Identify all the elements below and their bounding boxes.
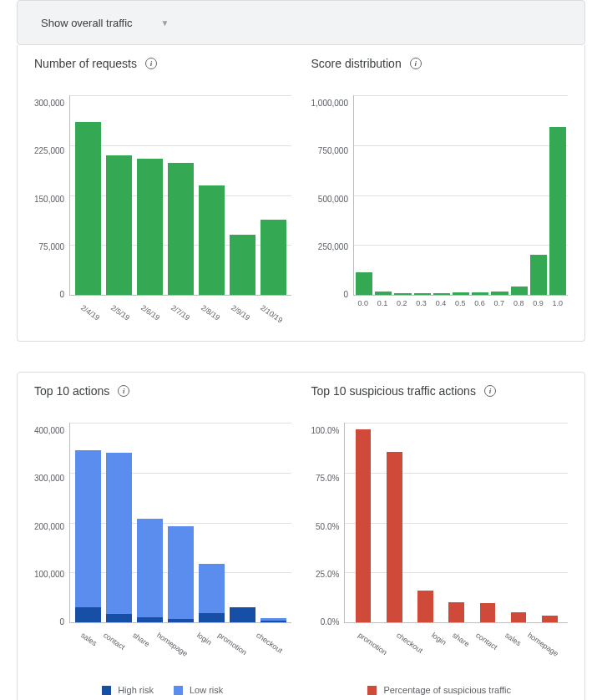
bar — [412, 423, 438, 622]
y-tick-label: 400,000 — [34, 426, 64, 435]
x-tick-label: checkout — [387, 631, 423, 666]
bar — [511, 95, 528, 295]
x-tick-label: checkout — [247, 631, 284, 666]
x-tick-label: sales — [72, 631, 99, 658]
swatch-icon — [174, 686, 183, 695]
plot-area — [353, 95, 568, 296]
legend-high-risk: High risk — [102, 685, 154, 695]
bars — [70, 423, 291, 622]
bar — [137, 95, 163, 295]
x-tick-label: 2/9/19 — [221, 303, 254, 335]
chart-score-distribution: Score distribution i 1,000,000750,000500… — [311, 57, 569, 321]
bar — [106, 423, 132, 622]
bars — [354, 95, 568, 295]
y-tick-label: 300,000 — [34, 99, 64, 108]
legend: Percentage of suspicious traffic — [311, 685, 569, 695]
x-tick-label: 1.0 — [549, 299, 566, 307]
y-tick-label: 1,000,000 — [311, 99, 349, 108]
y-tick-label: 75.0% — [316, 474, 339, 483]
bar — [537, 423, 563, 622]
x-tick-label: 2/5/19 — [102, 303, 134, 335]
bar — [261, 423, 286, 622]
chart-title: Top 10 actions — [34, 384, 109, 398]
x-tick-label: 0.6 — [471, 299, 488, 307]
bar — [382, 423, 407, 622]
x-tick-label: sales — [496, 631, 523, 658]
x-tick-label: 0.9 — [529, 299, 546, 307]
y-tick-label: 75,000 — [39, 242, 65, 251]
bar — [261, 95, 286, 295]
y-tick-label: 250,000 — [318, 242, 348, 251]
x-tick-label: homepage — [519, 631, 560, 669]
chart-title: Top 10 suspicious traffic actions — [311, 384, 476, 398]
traffic-filter-dropdown[interactable]: Show overall traffic ▼ — [41, 17, 169, 29]
bar — [230, 423, 255, 622]
x-axis: promotioncheckoutloginsharecontactsalesh… — [353, 626, 569, 648]
actions-panel: Top 10 actions i 400,000300,000200,00010… — [17, 372, 585, 700]
bar — [506, 423, 532, 622]
chart-top-actions: Top 10 actions i 400,000300,000200,00010… — [34, 384, 291, 695]
x-tick-label: 0.4 — [433, 299, 449, 307]
x-tick-label: 0.2 — [393, 299, 410, 307]
legend: High risk Low risk — [34, 685, 291, 695]
chart-title: Score distribution — [311, 57, 402, 70]
bar — [230, 95, 255, 295]
traffic-panel: Number of requests i 300,000225,000150,0… — [17, 45, 585, 342]
bar — [549, 95, 566, 295]
swatch-icon — [367, 686, 377, 695]
x-tick-label: 0.3 — [412, 299, 429, 307]
bars — [70, 95, 291, 295]
x-tick-label: homepage — [147, 631, 189, 669]
plot-area — [69, 423, 291, 623]
bar — [168, 423, 194, 622]
x-tick-label: promotion — [209, 631, 249, 667]
info-icon[interactable]: i — [145, 58, 157, 69]
y-tick-label: 0 — [60, 617, 65, 626]
info-icon[interactable]: i — [118, 385, 129, 397]
bar — [433, 95, 450, 295]
bar — [453, 95, 469, 295]
y-tick-label: 225,000 — [34, 146, 64, 155]
info-icon[interactable]: i — [410, 58, 422, 69]
x-axis: salescontactsharehomepageloginpromotionc… — [76, 626, 291, 648]
bar — [350, 423, 376, 622]
y-tick-label: 0 — [343, 290, 348, 299]
y-tick-label: 200,000 — [34, 522, 64, 531]
x-tick-label: 0.0 — [355, 299, 372, 307]
x-tick-label: 2/8/19 — [191, 303, 224, 335]
y-tick-label: 50.0% — [316, 522, 339, 531]
y-tick-label: 25.0% — [316, 570, 339, 579]
x-tick-label: 0.5 — [452, 299, 468, 307]
bar — [137, 423, 163, 622]
x-tick-label: 0.1 — [374, 299, 391, 307]
y-tick-label: 150,000 — [34, 195, 64, 204]
x-tick-label: login — [188, 631, 213, 657]
bar — [356, 95, 372, 295]
bar — [199, 95, 225, 295]
y-tick-label: 750,000 — [318, 146, 348, 155]
bar — [375, 95, 392, 295]
bar — [75, 423, 101, 622]
y-axis: 300,000225,000150,00075,0000 — [34, 95, 69, 296]
legend-low-risk: Low risk — [174, 685, 223, 695]
x-tick-label: share — [124, 631, 151, 659]
bar — [199, 423, 225, 622]
bar — [394, 95, 411, 295]
chart-suspicious-actions: Top 10 suspicious traffic actions i 100.… — [311, 384, 569, 695]
bar — [443, 423, 469, 622]
x-tick-label: 2/6/19 — [132, 303, 164, 335]
x-tick-label: 0.7 — [491, 299, 508, 307]
info-icon[interactable]: i — [484, 385, 496, 397]
chevron-down-icon: ▼ — [161, 18, 169, 28]
bar — [414, 95, 431, 295]
y-tick-label: 300,000 — [34, 474, 64, 483]
x-tick-label: contact — [94, 631, 127, 662]
traffic-filter-label: Show overall traffic — [41, 17, 133, 29]
legend-suspicious-pct: Percentage of suspicious traffic — [367, 685, 511, 695]
y-tick-label: 0 — [60, 290, 65, 299]
y-axis: 400,000300,000200,000100,0000 — [34, 423, 69, 623]
y-axis: 1,000,000750,000500,000250,0000 — [311, 95, 354, 296]
bar — [168, 95, 194, 295]
y-tick-label: 500,000 — [318, 195, 348, 204]
chart-number-of-requests: Number of requests i 300,000225,000150,0… — [34, 57, 291, 321]
